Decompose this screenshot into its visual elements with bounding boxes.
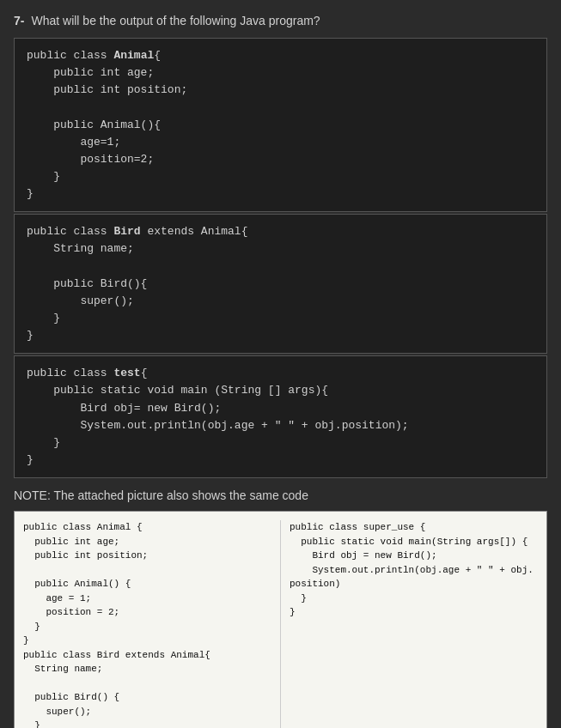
question-number: 7- xyxy=(14,14,24,27)
image-code-left: public class Animal { public int age; pu… xyxy=(23,520,281,728)
question-header: 7- What will be the output of the follow… xyxy=(14,14,547,27)
note-text: NOTE: The attached picture also shows th… xyxy=(14,488,547,502)
image-code-block: public class Animal { public int age; pu… xyxy=(14,511,547,728)
test-class-block: public class test{ public static void ma… xyxy=(14,355,547,478)
bird-class-block: public class Bird extends Animal{ String… xyxy=(14,214,547,354)
animal-class-block: public class Animal{ public int age; pub… xyxy=(14,38,547,212)
question-text: What will be the output of the following… xyxy=(31,14,320,27)
image-code-right: public class super_use { public static v… xyxy=(290,520,538,728)
